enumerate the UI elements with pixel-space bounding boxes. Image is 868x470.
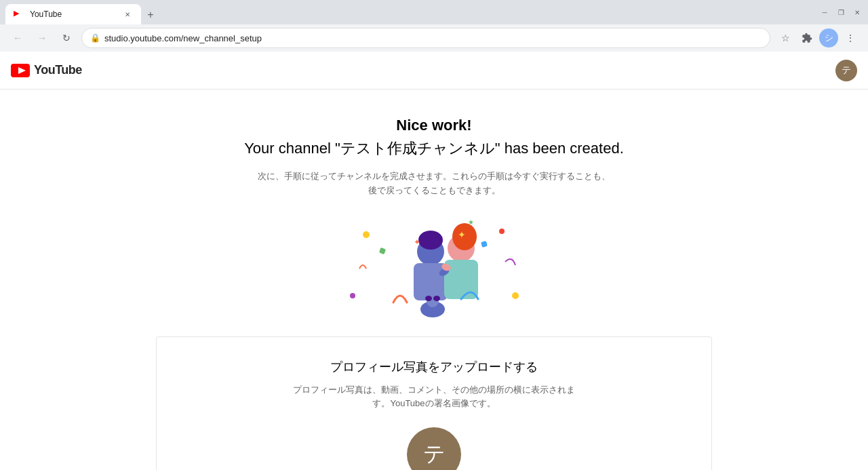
profile-avatar: テ — [407, 427, 461, 470]
new-tab-button[interactable]: + — [141, 5, 160, 24]
tab-title: YouTube — [30, 9, 117, 19]
main-content: Nice work! Your channel "テスト作成チャンネル" has… — [142, 90, 726, 470]
svg-point-8 — [418, 231, 443, 250]
svg-point-21 — [425, 296, 432, 301]
svg-point-22 — [433, 296, 440, 301]
close-window-button[interactable]: ✕ — [852, 7, 863, 18]
url-bar[interactable]: 🔒 studio.youtube.com/new_channel_setup — [81, 28, 770, 48]
forward-button[interactable]: → — [33, 28, 52, 47]
youtube-logo-icon — [11, 64, 30, 77]
svg-point-2 — [363, 231, 370, 238]
youtube-logo[interactable]: YouTube — [11, 63, 82, 77]
bookmark-icon[interactable]: ☆ — [776, 28, 795, 47]
extensions-icon[interactable] — [797, 28, 816, 47]
celebration-illustration: ✦ ✦ ★ — [326, 214, 542, 323]
svg-point-17 — [512, 292, 519, 299]
menu-icon[interactable]: ⋮ — [841, 28, 860, 47]
profile-photo-card: プロフィール写真をアップロードする プロフィール写真は、動画、コメント、その他の… — [156, 336, 712, 470]
channel-created-text: Your channel "テスト作成チャンネル" has been creat… — [156, 138, 712, 159]
tab-bar: ▶ YouTube ✕ + — [5, 0, 816, 24]
window-controls: ─ ❐ ✕ — [819, 7, 863, 18]
reload-button[interactable]: ↻ — [57, 28, 76, 47]
svg-rect-7 — [414, 263, 448, 300]
svg-rect-4 — [379, 247, 386, 254]
browser-profile-icon[interactable]: シ — [819, 28, 838, 47]
profile-card-title: プロフィール写真をアップロードする — [184, 359, 684, 375]
svg-point-18 — [350, 293, 355, 298]
youtube-logo-text: YouTube — [34, 63, 82, 77]
browser-chrome: ▶ YouTube ✕ + ─ ❐ ✕ — [0, 0, 868, 24]
toolbar-icons: ☆ シ ⋮ — [776, 28, 860, 47]
tab-favicon: ▶ — [14, 9, 24, 20]
svg-point-3 — [499, 229, 505, 234]
svg-text:✦: ✦ — [414, 237, 420, 247]
back-button[interactable]: ← — [8, 28, 27, 47]
url-text: studio.youtube.com/new_channel_setup — [104, 33, 262, 43]
profile-card-description: プロフィール写真は、動画、コメント、その他の場所の横に表示されます。YouTub… — [285, 383, 583, 412]
tab-close-button[interactable]: ✕ — [122, 9, 133, 20]
address-bar: ← → ↻ 🔒 studio.youtube.com/new_channel_s… — [0, 24, 868, 52]
lock-icon: 🔒 — [90, 33, 100, 43]
minimize-button[interactable]: ─ — [819, 7, 830, 18]
restore-button[interactable]: ❐ — [835, 7, 846, 18]
svg-text:✦: ✦ — [458, 229, 466, 240]
svg-rect-5 — [481, 241, 488, 248]
nice-work-title: Nice work! — [156, 117, 712, 134]
svg-text:★: ★ — [468, 218, 474, 226]
subtitle-text: 次に、手順に従ってチャンネルを完成させます。これらの手順は今すぐ実行することも、… — [258, 170, 610, 198]
youtube-header: YouTube テ — [0, 52, 868, 90]
active-tab[interactable]: ▶ YouTube ✕ — [5, 4, 141, 24]
user-avatar[interactable]: テ — [835, 60, 857, 81]
